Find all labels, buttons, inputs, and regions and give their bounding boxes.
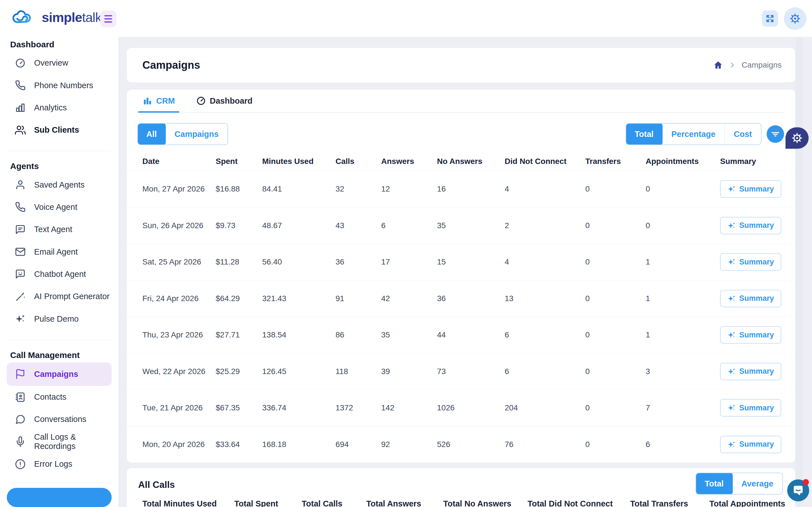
cell-appointments: 3 <box>646 367 720 376</box>
column-header-appointments: Appointments <box>646 157 720 166</box>
sidebar-bottom-button[interactable] <box>7 488 112 507</box>
sidebar-item-saved-agents[interactable]: Saved Agents <box>0 173 118 196</box>
sparkles-icon <box>727 294 736 303</box>
page-title: Campaigns <box>142 59 200 71</box>
cell-answers: 39 <box>381 367 437 376</box>
sidebar-item-conversations[interactable]: Conversations <box>0 408 118 431</box>
summary-button-label: Summary <box>739 294 774 303</box>
magic-wand-icon <box>15 291 26 302</box>
sidebar-item-text-agent[interactable]: Text Agent <box>0 218 118 240</box>
floating-settings-button[interactable] <box>785 127 809 149</box>
sidebar-item-label: Campaigns <box>34 370 78 379</box>
tabs-bar: CRM Dashboard <box>138 90 784 113</box>
metric-percentage-button[interactable]: Percentage <box>662 124 724 145</box>
summary-button[interactable]: Summary <box>720 326 781 344</box>
table-row: Tue, 21 Apr 2026$67.35336.74137214210262… <box>127 390 795 427</box>
cell-no-answers: 16 <box>437 184 505 193</box>
sidebar-item-label: Contacts <box>34 392 66 402</box>
column-header-calls: Calls <box>336 157 381 166</box>
all-calls-average-button[interactable]: Average <box>732 473 782 494</box>
cell-date: Tue, 21 Apr 2026 <box>142 403 216 412</box>
filter-button[interactable] <box>767 125 784 143</box>
totals-column-total-answers: Total Answers <box>366 499 443 507</box>
summary-button[interactable]: Summary <box>720 363 781 380</box>
notification-dot <box>803 479 809 485</box>
hamburger-line <box>104 15 112 16</box>
home-icon[interactable] <box>713 60 723 70</box>
fullscreen-button[interactable] <box>762 10 778 27</box>
summary-button[interactable]: Summary <box>720 399 781 416</box>
sidebar-item-error-logs[interactable]: Error Logs <box>0 453 118 475</box>
summary-button-label: Summary <box>739 185 774 193</box>
sparkles-icon <box>727 367 736 376</box>
cell-appointments: 0 <box>646 221 720 230</box>
chat-widget-button[interactable] <box>787 480 809 501</box>
column-header-no-answers: No Answers <box>437 157 505 166</box>
cell-no-answers: 15 <box>437 258 505 267</box>
sidebar-item-label: Saved Agents <box>34 180 85 189</box>
sidebar-item-label: Call Logs & Recordings <box>34 432 118 451</box>
cell-spent: $33.64 <box>216 440 262 449</box>
summary-button[interactable]: Summary <box>720 180 781 198</box>
summary-button[interactable]: Summary <box>720 290 781 307</box>
cell-did-not-connect: 76 <box>505 440 585 449</box>
cell-answers: 12 <box>381 184 437 193</box>
sidebar-item-call-logs-recordings[interactable]: Call Logs & Recordings <box>0 431 118 453</box>
metric-cost-button[interactable]: Cost <box>725 124 761 145</box>
cell-answers: 35 <box>381 330 437 339</box>
sidebar-item-overview[interactable]: Overview <box>0 52 118 74</box>
cell-minutes-used: 336.74 <box>262 403 336 412</box>
cell-spent: $27.71 <box>216 330 262 339</box>
column-header-answers: Answers <box>381 157 437 166</box>
all-calls-total-button[interactable]: Total <box>696 473 732 495</box>
cell-calls: 86 <box>336 330 381 339</box>
speech-bubble-icon <box>15 414 26 425</box>
summary-button[interactable]: Summary <box>720 217 781 234</box>
cell-answers: 17 <box>381 258 437 267</box>
cell-appointments: 1 <box>646 258 720 267</box>
summary-button[interactable]: Summary <box>720 436 781 453</box>
scope-all-button[interactable]: All <box>137 123 166 145</box>
tab-dashboard[interactable]: Dashboard <box>192 90 257 112</box>
table-body: Mon, 27 Apr 2026$16.8884.41321216400Summ… <box>127 171 795 462</box>
table-row: Sun, 26 Apr 2026$9.7348.6743635200Summar… <box>127 208 795 244</box>
cell-calls: 91 <box>336 294 381 303</box>
sidebar-item-pulse-demo[interactable]: Pulse Demo <box>0 307 118 330</box>
sidebar-toggle-button[interactable] <box>100 10 116 27</box>
sidebar-item-sub-clients[interactable]: Sub Clients <box>0 119 118 141</box>
sidebar-item-email-agent[interactable]: Email Agent <box>0 240 118 263</box>
cell-date: Mon, 27 Apr 2026 <box>142 184 216 193</box>
sidebar-item-contacts[interactable]: Contacts <box>0 386 118 408</box>
sidebar-item-ai-prompt-generator[interactable]: AI Prompt Generator <box>0 285 118 307</box>
cell-no-answers: 44 <box>437 330 505 339</box>
brand-name: simpletalk <box>42 10 101 25</box>
cell-spent: $16.88 <box>216 184 262 193</box>
sidebar-item-chatbot-agent[interactable]: Chatbot Agent <box>0 263 118 285</box>
brand-logo: simpletalk <box>11 8 101 26</box>
sidebar: DashboardOverviewPhone NumbersAnalyticsS… <box>0 37 118 507</box>
sidebar-item-phone-numbers[interactable]: Phone Numbers <box>0 74 118 96</box>
cell-minutes-used: 321.43 <box>262 294 336 303</box>
totals-header-row: Total Minutes UsedTotal SpentTotal Calls… <box>127 499 795 507</box>
settings-button[interactable] <box>784 7 806 30</box>
cell-date: Sat, 25 Apr 2026 <box>142 258 216 267</box>
sidebar-item-analytics[interactable]: Analytics <box>0 97 118 119</box>
cell-calls: 1372 <box>336 403 381 412</box>
tab-label: CRM <box>156 96 175 106</box>
divider <box>7 483 111 483</box>
sidebar-item-voice-agent[interactable]: Voice Agent <box>0 196 118 218</box>
cell-calls: 694 <box>336 440 381 449</box>
cell-transfers: 0 <box>585 367 646 376</box>
tab-crm[interactable]: CRM <box>138 90 179 112</box>
sparkles-icon <box>15 314 26 324</box>
scrollbar-track[interactable] <box>796 37 803 507</box>
scope-campaigns-button[interactable]: Campaigns <box>165 124 227 145</box>
cell-minutes-used: 168.18 <box>262 440 336 449</box>
cell-spent: $64.29 <box>216 294 262 303</box>
cell-transfers: 0 <box>585 330 646 339</box>
summary-button[interactable]: Summary <box>720 253 781 271</box>
sidebar-item-label: AI Prompt Generator <box>34 292 110 301</box>
metric-total-button[interactable]: Total <box>626 123 663 145</box>
sidebar-item-label: Phone Numbers <box>34 81 93 90</box>
sidebar-item-campaigns[interactable]: Campaigns <box>7 362 112 386</box>
